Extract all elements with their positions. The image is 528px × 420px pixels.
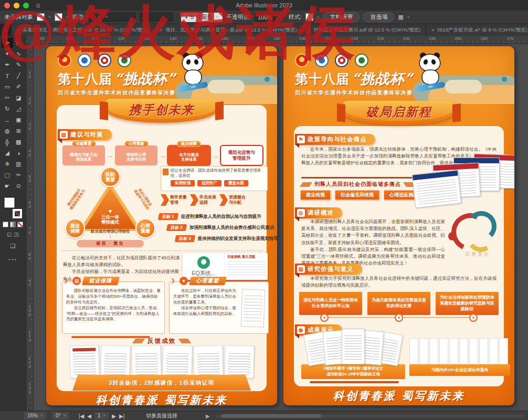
tools-panel: ➤▷✦∿✒✎T╱▭✐✏◪↻◿↔▣◍⊞╬▩◢◑✵▥▢✂☛⊙ ◱ ◳ ❏ ••• (0, 36, 26, 411)
chevron-down-icon[interactable]: ˅ (317, 15, 320, 19)
none-button[interactable] (17, 222, 23, 227)
agreement-sheet (449, 338, 458, 364)
document-tab[interactable]: ×对策建议和成果展示.pdf @ 12.5 % (CMYK/预览) (302, 24, 426, 36)
artboard-poster-2[interactable]: 第十八届“挑战杯” 四川省大学生课外学术科技作品竞赛终审决赛 18th 破局启新… (283, 46, 514, 405)
eraser-tool[interactable]: ◪ (13, 93, 25, 103)
gradient-button[interactable] (10, 222, 16, 227)
ruler-tick-label: 120 (118, 36, 124, 41)
next-artboard-button[interactable]: ▶ (112, 413, 116, 419)
close-tab-icon[interactable]: × (431, 27, 435, 33)
ruler-tick-label: 140 (170, 36, 176, 41)
zoom-level-select[interactable]: 16%˅ (24, 411, 46, 420)
paintbrush-tool[interactable]: ✐ (13, 82, 25, 92)
style-swatch[interactable] (305, 13, 313, 21)
pen-tool[interactable]: ✒ (2, 60, 13, 70)
column-graph-tool[interactable]: ▥ (13, 159, 25, 169)
close-tab-icon[interactable]: × (160, 27, 163, 33)
direct-selection-tool[interactable]: ▷ (13, 38, 25, 48)
horizontal-ruler[interactable]: 9010011012013014015016017018019020021022… (26, 36, 528, 44)
document-tab[interactable]: ×0519产业链升级.ai* @ 9 % (CMYK/预览) (426, 24, 528, 36)
lasso-tool[interactable]: ∿ (13, 49, 25, 59)
document-tab[interactable]: ×采集到洞见：调研演进之路 .pdf @ 16.67 % (CMYK/预览) (12, 24, 154, 36)
free-transform-tool[interactable]: ▣ (13, 115, 25, 125)
titlebar[interactable]: ⌂ Adobe Illustrator 2023 (0, 0, 528, 10)
chevron-down-icon[interactable]: ˅ (66, 15, 69, 19)
curvature-tool[interactable]: ✎ (13, 60, 25, 70)
shape-builder-tool[interactable]: ◍ (2, 126, 13, 136)
width-tool[interactable]: ↔ (2, 115, 13, 125)
opacity-field[interactable]: 100% (255, 13, 276, 22)
hand-tool[interactable]: ☛ (2, 181, 13, 191)
chevron-right-icon[interactable]: › (279, 15, 281, 19)
close-tab-icon[interactable]: × (308, 27, 311, 33)
first-artboard-button[interactable]: |◀ (79, 413, 84, 419)
ribbon-wing (300, 182, 312, 187)
brush-definition-dropdown[interactable]: • 5 点圆形 ˅ (181, 13, 223, 22)
agreement-sheet (419, 338, 428, 364)
scale-tool[interactable]: ◿ (13, 104, 25, 114)
vertical-ruler[interactable]: 0102030405060708090100110120130 (26, 44, 34, 411)
section-icon: ◉ (297, 326, 305, 334)
document-tabs: ×采集到洞见：调研演进之路 .pdf @ 16.67 % (CMYK/预览)×项… (12, 24, 528, 36)
slice-tool[interactable]: ✂ (13, 170, 25, 180)
blend-tool[interactable]: ◑ (13, 148, 25, 158)
horizontal-scrollbar[interactable] (216, 414, 524, 418)
previous-artboard-button[interactable]: ◀ (87, 413, 91, 419)
triangle-outer: ♥ 三位一体 帮扶模式 (79, 183, 142, 231)
heart-icon: ♥ (179, 277, 188, 285)
workspace-icon[interactable]: ▦ (398, 14, 403, 20)
chevron-down-icon[interactable]: ˅ (48, 15, 51, 19)
mesh-tool[interactable]: ╬ (2, 137, 13, 147)
fill-stroke-indicator[interactable] (4, 197, 22, 218)
preferences-button[interactable]: 首选项 (363, 12, 394, 22)
stroke-weight-field[interactable]: ⌃ (89, 13, 99, 22)
fill-color-swatch[interactable] (37, 13, 45, 21)
perspective-grid-tool[interactable]: ⊞ (13, 126, 25, 136)
zoom-tool[interactable]: ⊙ (13, 181, 25, 191)
fill-swatch[interactable] (4, 197, 15, 208)
rectangle-tool[interactable]: ▭ (2, 82, 13, 92)
line-segment-tool[interactable]: ╱ (13, 71, 25, 81)
artboard-number-select[interactable]: 1˅ (94, 412, 109, 419)
pencil-tool[interactable]: ✏ (2, 93, 13, 103)
selection-tool[interactable]: ➤ (2, 38, 13, 48)
commendation-letter (69, 345, 100, 379)
zoom-level-value: 16% (27, 412, 38, 419)
draw-normal-icon[interactable]: ◱ (7, 232, 12, 237)
wave-dot (265, 77, 270, 82)
type-tool[interactable]: T (2, 71, 13, 81)
eq-side-title: 归途扬帆 重生启航 (227, 255, 266, 259)
rotation-select[interactable]: 0°˅ (52, 411, 69, 420)
brush-stroke-dropdown[interactable] (140, 13, 173, 22)
stroke-color-swatch[interactable] (55, 13, 62, 21)
artboard-poster-1[interactable]: 第十八届“挑战杯” 四川省大学生课外学术科技作品竞赛终审决赛 18th 携手创未… (46, 46, 277, 405)
wing-decoration: 》 (65, 277, 70, 285)
panel-arrow-icon[interactable]: ▶ (206, 411, 210, 420)
scrollbar-thumb[interactable] (221, 414, 321, 418)
artboard-tool[interactable]: ▢ (2, 170, 13, 180)
collapse-panel-icon[interactable]: « (0, 24, 12, 36)
rotate-tool[interactable]: ↻ (2, 104, 13, 114)
stroke-swatch[interactable] (13, 209, 22, 218)
variable-width-profile-dropdown[interactable]: ˅ (102, 13, 136, 22)
document-tab-bar: « ×采集到洞见：调研演进之路 .pdf @ 16.67 % (CMYK/预览)… (0, 24, 528, 36)
dashed-divider (62, 250, 261, 251)
document-setup-button[interactable]: 文档设置 (323, 12, 360, 22)
close-tab-icon[interactable]: × (17, 27, 20, 33)
screen-mode-icon[interactable]: ❏ (0, 243, 26, 249)
pain-point-tags: 就业歧视社会偏见和歧视心理适应挑战 (300, 190, 424, 200)
tab-label: 项目、团队简介与调研背景 - 曲.pdf @ 12.5 % (CMYK/预览) (165, 27, 297, 34)
canvas[interactable]: 第十八届“挑战杯” 四川省大学生课外学术科技作品竞赛终审决赛 18th 携手创未… (34, 44, 528, 411)
chevron-down-icon[interactable]: ˅ (407, 15, 410, 19)
magic-wand-tool[interactable]: ✦ (2, 49, 13, 59)
gradient-tool[interactable]: ▩ (13, 137, 25, 147)
draw-behind-icon[interactable]: ◳ (14, 232, 19, 237)
last-artboard-button[interactable]: ▶| (119, 413, 124, 419)
edit-toolbar-icon[interactable]: ••• (0, 257, 26, 262)
color-button[interactable] (3, 222, 8, 227)
document-tab[interactable]: ×项目、团队简介与调研背景 - 曲.pdf @ 12.5 % (CMYK/预览) (154, 24, 302, 36)
eyedropper-tool[interactable]: ◢ (2, 148, 13, 158)
symbol-sprayer-tool[interactable]: ✵ (2, 159, 13, 169)
pain-point-tag: 就业歧视 (300, 190, 331, 200)
ruler-tick-label: 10 (27, 71, 33, 79)
